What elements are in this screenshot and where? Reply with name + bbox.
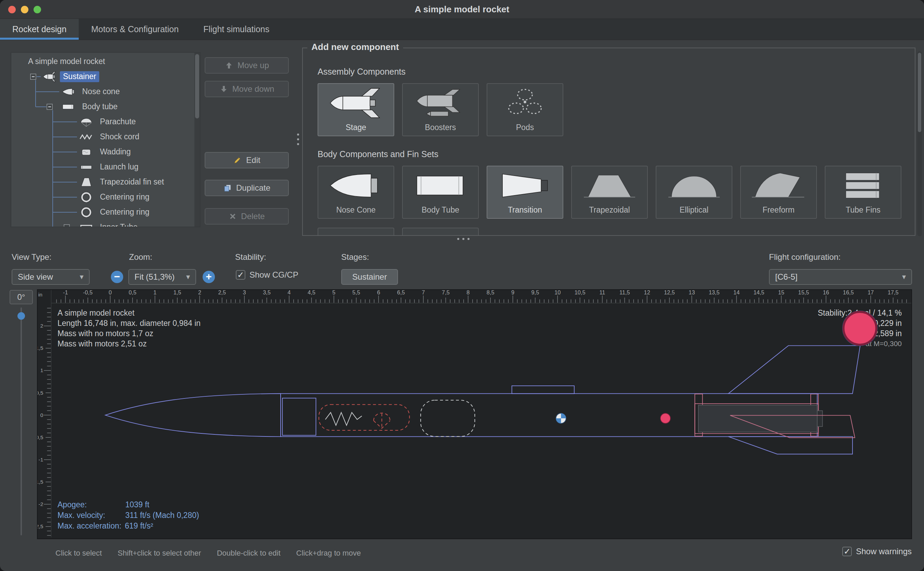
minimize-button[interactable] [21, 6, 28, 13]
svg-text:17,5: 17,5 [888, 290, 899, 295]
tree-item-nose-cone[interactable]: Nose cone [61, 84, 123, 99]
component-tile-transition[interactable]: Transition [487, 166, 563, 219]
shock-cord-symbol [325, 412, 362, 426]
svg-text:8,5: 8,5 [487, 290, 494, 295]
tree-item-sustainer[interactable]: Sustainer [42, 69, 99, 84]
component-tile-tube-fins[interactable]: Tube Fins [825, 166, 901, 219]
add-panel-scrollbar-thumb[interactable] [918, 53, 921, 132]
svg-text:2: 2 [198, 290, 201, 295]
checkbox-icon[interactable]: ✓ [842, 547, 852, 556]
traffic-lights [8, 0, 41, 19]
svg-text:-1,5: -1,5 [38, 479, 43, 485]
svg-text:12: 12 [644, 290, 650, 295]
parachute-symbol[interactable] [319, 404, 410, 430]
stability-label: Stability: [235, 252, 266, 262]
rotation-slider[interactable] [17, 307, 25, 536]
window-title: A simple model rocket [415, 4, 509, 15]
zoom-out-button[interactable]: − [111, 271, 123, 283]
wadding-symbol [420, 400, 475, 437]
chevron-down-icon: ▾ [897, 273, 906, 281]
edit-button[interactable]: Edit [205, 152, 289, 168]
zoom-in-button[interactable]: + [203, 271, 215, 283]
component-tile-clipped[interactable] [317, 228, 394, 236]
zoom-label: Zoom: [129, 252, 152, 262]
view-type-select[interactable]: Side view ▾ [12, 269, 90, 285]
cp-icon [818, 308, 902, 349]
svg-text:3: 3 [243, 290, 246, 295]
component-tile-stage[interactable]: Stage [317, 83, 394, 136]
tree-scrollbar-thumb[interactable] [195, 54, 199, 119]
component-tile-clipped[interactable] [402, 228, 479, 236]
motor-nozzle [817, 411, 822, 426]
tree-item-parachute[interactable]: Parachute [79, 114, 139, 130]
rotation-slider-thumb[interactable] [17, 312, 25, 320]
move-up-button[interactable]: Move up [205, 57, 289, 74]
svg-text:1,5: 1,5 [38, 345, 43, 351]
launch-lug-outline [512, 386, 574, 394]
svg-text:2,5: 2,5 [218, 290, 226, 295]
svg-text:-0,5: -0,5 [83, 290, 93, 295]
component-tile-boosters[interactable]: Boosters [402, 83, 479, 136]
svg-text:0,5: 0,5 [129, 290, 137, 295]
nose-cone-outline [105, 394, 280, 437]
svg-text:0: 0 [108, 290, 112, 295]
tree-item-centering-ring[interactable]: Centering ring [79, 190, 152, 205]
boosters-icon [403, 84, 478, 122]
tree-item-shock-cord[interactable]: Shock cord [79, 130, 142, 145]
ruler-left: -2,5-2-1,5-1-0,500,511,52 [38, 308, 51, 536]
stage-sustainer-button[interactable]: Sustainer [341, 269, 398, 285]
flight-config-select[interactable]: [C6-5] ▾ [769, 269, 912, 285]
component-tile-nose-cone[interactable]: Nose Cone [317, 166, 394, 219]
svg-text:-2: -2 [38, 501, 43, 507]
chevron-down-icon: ▾ [182, 273, 190, 281]
nose-cone-icon [318, 167, 394, 205]
svg-text:1,5: 1,5 [174, 290, 182, 295]
rocket-drawing[interactable] [105, 346, 860, 454]
show-cgcp-checkbox[interactable]: ✓ Show CG/CP [236, 270, 299, 280]
splitter-vertical-grip[interactable] [297, 134, 299, 145]
checkbox-icon[interactable]: ✓ [236, 270, 245, 280]
splitter-horizontal-grip[interactable] [457, 238, 470, 240]
show-warnings-checkbox[interactable]: ✓ Show warnings [842, 547, 912, 556]
tree-item-launch-lug[interactable]: Launch lug [79, 159, 142, 174]
component-tile-body-tube[interactable]: Body Tube [402, 166, 479, 219]
svg-text:15,5: 15,5 [798, 290, 809, 295]
move-down-button[interactable]: Move down [205, 81, 289, 97]
tab-motors-configuration[interactable]: Motors & Configuration [79, 19, 191, 40]
svg-text:7: 7 [422, 290, 425, 295]
tree-root[interactable]: A simple model rocket [25, 54, 108, 69]
component-tile-elliptical[interactable]: Elliptical [656, 166, 732, 219]
centering-ring-icon [79, 207, 94, 218]
tab-rocket-design[interactable]: Rocket design [0, 19, 79, 40]
tree-item-body-tube[interactable]: Body tube [61, 99, 121, 114]
tab-flight-simulations[interactable]: Flight simulations [191, 19, 282, 40]
add-panel-scrollbar[interactable] [917, 51, 922, 236]
component-tile-pods[interactable]: Pods [487, 83, 563, 136]
component-tile-trapezoidal[interactable]: Trapezoidal [571, 166, 648, 219]
stability-info: Stability:2,4 cal / 14,1 % CG: 10,229 in… [818, 308, 902, 349]
arrow-down-icon [219, 85, 228, 93]
duplicate-button[interactable]: Duplicate [205, 180, 289, 196]
add-component-body: Assembly ComponentsStageBoostersPodsBody… [303, 48, 915, 235]
body-tube-icon [403, 167, 478, 205]
tree-item-inner-tube[interactable]: Inner Tube [79, 220, 141, 227]
tree-item-centering-ring[interactable]: Centering ring [79, 205, 152, 220]
svg-text:0,5: 0,5 [38, 390, 43, 396]
trapezoidal-icon [572, 167, 647, 205]
component-tile-freeform[interactable]: Freeform [740, 166, 817, 219]
svg-text:0: 0 [40, 412, 43, 418]
tree-item-trapezoidal-fin-set[interactable]: Trapezoidal fin set [79, 174, 167, 190]
delete-button[interactable]: Delete [205, 208, 289, 225]
maximize-button[interactable] [34, 6, 41, 13]
tree-item-wadding[interactable]: Wadding [79, 145, 134, 159]
rocket-length: Length 16,748 in, max. diameter 0,984 in [57, 318, 200, 328]
close-button[interactable] [8, 6, 16, 13]
view-type-label: View Type: [12, 252, 52, 262]
tree-scrollbar[interactable] [194, 53, 200, 227]
svg-text:6,5: 6,5 [397, 290, 405, 295]
tab-bar: Rocket designMotors & ConfigurationFligh… [0, 19, 924, 40]
elliptical-icon [656, 167, 732, 205]
component-tree[interactable]: A simple model rocketSustainerNose coneB… [11, 52, 200, 227]
zoom-select[interactable]: Fit (51,3%) ▾ [128, 269, 196, 285]
rocket-view[interactable]: -1-0,500,511,522,533,544,555,566,577,588… [37, 289, 912, 539]
